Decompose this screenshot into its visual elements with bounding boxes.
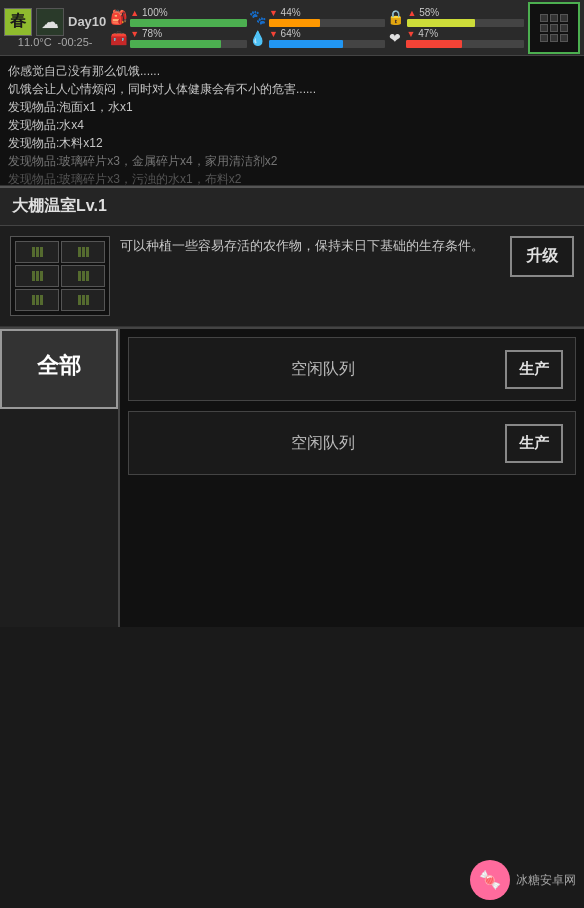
stat-bar-wrap-4: ▼ 64% — [269, 29, 386, 48]
season-badge: 春 — [4, 8, 32, 36]
queue-area: 空闲队列 生产 空闲队列 生产 — [120, 329, 584, 627]
stat-arrow-3: ▼ — [130, 29, 139, 39]
stat-item-0: 🎒 ▲ 100% — [110, 8, 247, 27]
stat-icon-5: ❤ — [387, 30, 403, 46]
stat-bar-bg-4 — [269, 40, 386, 48]
stat-icon-2: 🔒 — [387, 9, 404, 25]
stats-grid: 🎒 ▲ 100% 🐾 ▼ 44% — [110, 8, 524, 48]
stat-bar-bg-1 — [269, 19, 386, 27]
status-left: 春 ☁ Day10 11.0°C -00:25- — [4, 8, 106, 48]
watermark-text: 冰糖安卓网 — [516, 872, 576, 889]
produce-button-1[interactable]: 生产 — [505, 424, 563, 463]
upgrade-button[interactable]: 升级 — [510, 236, 574, 277]
watermark-logo: 🍬 — [470, 860, 510, 900]
building-panel: 大棚温室Lv.1 可以种植一些容易存活的农作物，保持末日下基础的生存条件。 — [0, 186, 584, 327]
stat-bar-fill-5 — [406, 40, 461, 48]
stat-arrow-2: ▲ — [407, 8, 416, 18]
stat-bar-bg-0 — [130, 19, 247, 27]
stat-bar-fill-2 — [407, 19, 475, 27]
status-right-panel — [528, 2, 580, 54]
queue-item-1: 空闲队列 生产 — [128, 411, 576, 475]
log-line-5: 发现物品:玻璃碎片x3，金属碎片x4，家用清洁剂x2 — [8, 152, 576, 170]
bottom-section: 全部 空闲队列 生产 空闲队列 生产 — [0, 327, 584, 627]
stat-percent-3: ▼ 78% — [130, 29, 247, 39]
stat-bar-fill-4 — [269, 40, 344, 48]
log-line-0: 你感觉自己没有那么饥饿...... — [8, 62, 576, 80]
plant-slot-3 — [15, 265, 59, 287]
queue-label-0: 空闲队列 — [141, 359, 505, 380]
corner-pattern — [540, 14, 568, 42]
stat-icon-4: 💧 — [249, 30, 266, 46]
stat-percent-0: ▲ 100% — [130, 8, 247, 18]
stat-icon-1: 🐾 — [249, 9, 266, 25]
log-line-4: 发现物品:木料x12 — [8, 134, 576, 152]
stat-item-1: 🐾 ▼ 44% — [249, 8, 386, 27]
stat-item-5: ❤ ▼ 47% — [387, 29, 524, 48]
day-label: Day10 — [68, 14, 106, 29]
nav-all-button[interactable]: 全部 — [0, 329, 118, 409]
stat-bar-wrap-2: ▲ 58% — [407, 8, 524, 27]
plant-slot-6 — [61, 289, 105, 311]
building-title: 大棚温室Lv.1 — [0, 188, 584, 226]
stat-bar-fill-3 — [130, 40, 221, 48]
stat-bar-bg-5 — [406, 40, 524, 48]
stat-item-3: 🧰 ▼ 78% — [110, 29, 247, 48]
stat-item-2: 🔒 ▲ 58% — [387, 8, 524, 27]
log-line-3: 发现物品:水x4 — [8, 116, 576, 134]
stat-arrow-0: ▲ — [130, 8, 139, 18]
temperature: 11.0°C — [18, 36, 52, 48]
stat-percent-1: ▼ 44% — [269, 8, 386, 18]
stat-bar-wrap-5: ▼ 47% — [406, 29, 524, 48]
stat-percent-4: ▼ 64% — [269, 29, 386, 39]
season-day: 春 ☁ Day10 — [4, 8, 106, 36]
stat-arrow-1: ▼ — [269, 8, 278, 18]
stat-bar-bg-3 — [130, 40, 247, 48]
stat-percent-2: ▲ 58% — [407, 8, 524, 18]
produce-button-0[interactable]: 生产 — [505, 350, 563, 389]
plant-slot-5 — [15, 289, 59, 311]
stat-bar-wrap-0: ▲ 100% — [130, 8, 247, 27]
plant-slot-4 — [61, 265, 105, 287]
temp-time: 11.0°C -00:25- — [18, 36, 93, 48]
game-time: -00:25- — [58, 36, 93, 48]
watermark: 🍬 冰糖安卓网 — [470, 860, 576, 900]
stat-percent-5: ▼ 47% — [406, 29, 524, 39]
status-bar: 春 ☁ Day10 11.0°C -00:25- 🎒 ▲ 100% 🐾 — [0, 0, 584, 56]
side-nav: 全部 — [0, 329, 120, 627]
stat-arrow-5: ▼ — [406, 29, 415, 39]
building-info: 可以种植一些容易存活的农作物，保持末日下基础的生存条件。 升级 — [0, 226, 584, 327]
watermark-emoji: 🍬 — [479, 869, 501, 891]
stat-item-4: 💧 ▼ 64% — [249, 29, 386, 48]
stat-bar-wrap-3: ▼ 78% — [130, 29, 247, 48]
stat-bar-fill-0 — [130, 19, 247, 27]
stat-arrow-4: ▼ — [269, 29, 278, 39]
stat-icon-3: 🧰 — [110, 30, 127, 46]
log-line-6: 发现物品:玻璃碎片x3，污浊的水x1，布料x2 — [8, 170, 576, 186]
weather-icon: ☁ — [36, 8, 64, 36]
stat-bar-wrap-1: ▼ 44% — [269, 8, 386, 27]
log-line-1: 饥饿会让人心情烦闷，同时对人体健康会有不小的危害...... — [8, 80, 576, 98]
stat-icon-0: 🎒 — [110, 9, 127, 25]
stat-bar-bg-2 — [407, 19, 524, 27]
queue-item-0: 空闲队列 生产 — [128, 337, 576, 401]
queue-label-1: 空闲队列 — [141, 433, 505, 454]
building-image — [10, 236, 110, 316]
plant-slot-2 — [61, 241, 105, 263]
log-line-2: 发现物品:泡面x1，水x1 — [8, 98, 576, 116]
log-area: 你感觉自己没有那么饥饿......饥饿会让人心情烦闷，同时对人体健康会有不小的危… — [0, 56, 584, 186]
plant-slot-1 — [15, 241, 59, 263]
stat-bar-fill-1 — [269, 19, 320, 27]
building-description: 可以种植一些容易存活的农作物，保持末日下基础的生存条件。 — [120, 236, 500, 257]
